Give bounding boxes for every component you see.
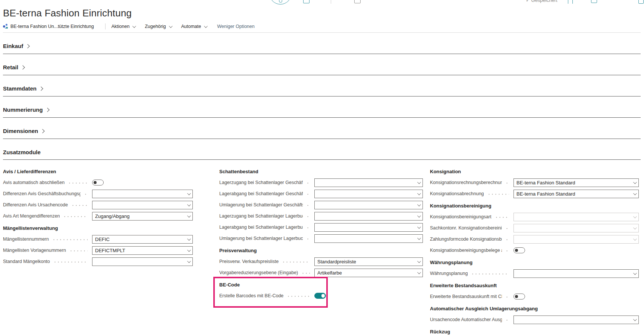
chevron-down-icon [132, 24, 136, 28]
combo-field[interactable] [314, 212, 423, 221]
field-row: Konsignationsbereinigungsbelege automa..… [430, 245, 639, 256]
dotted-leader [505, 239, 509, 240]
field-control [92, 201, 193, 209]
field-label: Lagerzugang bei Schattenlager Lagerbuch.… [219, 213, 303, 219]
field-control: DEFICTMPLT [92, 246, 193, 255]
field-label: Konsignationsbereinigungsart [430, 214, 491, 219]
dotted-leader [301, 273, 310, 274]
bookmark-icon[interactable] [568, 0, 573, 4]
combo-field[interactable]: Zugang/Abgang [92, 212, 193, 221]
save-icon[interactable] [354, 0, 361, 3]
field-row: Lagerzugang bei Schattenlager Lagerbuch.… [219, 210, 423, 222]
field-control: DEFIC [92, 235, 193, 244]
field-row: Zahlungsformcode Konsignationsbereinig..… [430, 234, 639, 245]
bookmark-flag-icon[interactable] [303, 0, 310, 3]
toggle-switch[interactable] [314, 293, 326, 299]
chevron-down-icon [633, 191, 637, 195]
field-row: Lagerabgang bei Schattenlager Geschäfts.… [219, 188, 423, 199]
combo-field[interactable] [513, 316, 639, 324]
combo-field[interactable] [92, 190, 193, 198]
field-group: KonsignationKonsignationsrechnungsberech… [430, 166, 639, 199]
field-label: Preisverw. Verkaufspreisliste [219, 259, 279, 264]
section-stammdaten: Stammdaten [3, 75, 641, 96]
combo-field[interactable]: Standardpreisliste [314, 257, 423, 266]
section-header-retail[interactable]: Retail [3, 64, 24, 70]
combo-field[interactable] [92, 257, 193, 266]
field-row: Lagerabgang bei Schattenlager Lagerbuch.… [219, 222, 423, 233]
combo-field[interactable]: DEFICTMPLT [92, 246, 193, 255]
combo-field[interactable] [314, 201, 423, 209]
field-label: Standard Mängelkonto [3, 259, 50, 264]
field-column-3: KonsignationKonsignationsrechnungsberech… [430, 166, 639, 336]
combo-field[interactable] [314, 223, 423, 232]
dotted-leader [282, 261, 310, 263]
combo-field[interactable] [92, 201, 193, 209]
field-group: SchattenbestandLagerzugang bei Schattenl… [219, 166, 423, 244]
group-title: Mängellistenverwaltung [3, 223, 193, 234]
field-row: Preisverw. VerkaufspreislisteStandardpre… [219, 256, 423, 267]
toggle-knob [94, 181, 97, 184]
combo-field[interactable] [513, 269, 639, 278]
dotted-leader [505, 183, 509, 184]
section-header-stammdaten[interactable]: Stammdaten [3, 85, 43, 92]
dotted-leader [471, 273, 509, 275]
chevron-down-icon [417, 236, 421, 240]
combo-value: Standardpreisliste [317, 259, 356, 264]
combo-field[interactable] [314, 178, 423, 187]
field-label: Erweiterte Bestandsauskunft mit Chargen [430, 294, 502, 299]
chevron-down-icon [417, 203, 421, 206]
dotted-leader [505, 228, 509, 229]
field-row: Standard Mängelkonto [3, 256, 193, 267]
field-row: Avis Art MengendifferenzenZugang/Abgang [3, 210, 193, 222]
page-title: BE-terna Fashion Einrichtung [3, 7, 641, 19]
field-control [513, 224, 639, 232]
field-control [314, 178, 423, 187]
field-row: KonsignationsrechnungsberechnungBE-terna… [430, 177, 639, 188]
chevron-down-icon [417, 225, 421, 229]
chevron-down-icon [417, 270, 421, 274]
section-header-zusatzmodule[interactable]: Zusatzmodule [3, 139, 641, 160]
field-control [314, 223, 423, 232]
combo-field[interactable] [314, 234, 423, 243]
field-row: Ursachencode Automatischer Ausgleich [430, 314, 639, 325]
toggle-knob [515, 249, 518, 252]
section-header-nummerierung[interactable]: Nummerierung [3, 107, 49, 113]
toolbar-divider [331, 0, 331, 4]
toggle-switch[interactable] [513, 294, 525, 299]
chevron-down-icon [187, 191, 191, 195]
top-toolbar-strip: ✓ Gespeichert [0, 0, 644, 5]
combo-field[interactable] [314, 190, 423, 198]
menu-aktionen[interactable]: Aktionen [111, 24, 135, 29]
chevron-down-icon [633, 215, 637, 218]
combo-field[interactable]: BE-terna Fashion Standard [513, 178, 639, 187]
toggle-switch[interactable] [92, 180, 104, 186]
combo-field[interactable]: BE-terna Fashion Standard [513, 190, 639, 198]
field-control [314, 190, 423, 198]
field-label: Konsignationsrechnungsberechnung [430, 180, 502, 185]
chevron-down-icon [187, 214, 191, 218]
menu-zugehoerig[interactable]: Zugehörig [145, 24, 171, 29]
field-label: Sachkontonr. Konsignationsbereinigung [430, 225, 502, 231]
field-group: Avis / LieferdifferenzenAvis automatisch… [3, 166, 193, 222]
combo-field[interactable]: DEFIC [92, 235, 193, 244]
toggle-switch[interactable] [513, 247, 525, 253]
fewer-options-button[interactable]: Weniger Optionen [217, 24, 255, 29]
field-row: KonsignationsabrechnungBE-terna Fashion … [430, 188, 639, 199]
chevron-down-icon [633, 271, 637, 275]
section-header-einkauf[interactable]: Einkauf [3, 43, 29, 49]
menu-automate[interactable]: Automate [181, 24, 207, 29]
dotted-leader [495, 217, 509, 218]
section-label: Nummerierung [3, 107, 43, 113]
section-header-dimensionen[interactable]: Dimensionen [3, 128, 44, 134]
dotted-leader [63, 216, 88, 217]
field-row: Vorgabereduzierungsebene (Eingabe)Artike… [219, 267, 423, 278]
close-icon[interactable] [638, 0, 644, 4]
dotted-leader [69, 250, 88, 251]
group-title: Konsignationsbereinigung [430, 200, 639, 211]
combo-field [513, 213, 639, 221]
expand-icon[interactable] [591, 0, 597, 3]
chevron-down-icon [417, 214, 421, 218]
assisted-setup-action[interactable]: BE-terna Fashion Un...tützte Einrichtung [3, 24, 94, 29]
dotted-leader [505, 320, 509, 321]
combo-field[interactable]: Artikelfarbe [314, 269, 423, 277]
